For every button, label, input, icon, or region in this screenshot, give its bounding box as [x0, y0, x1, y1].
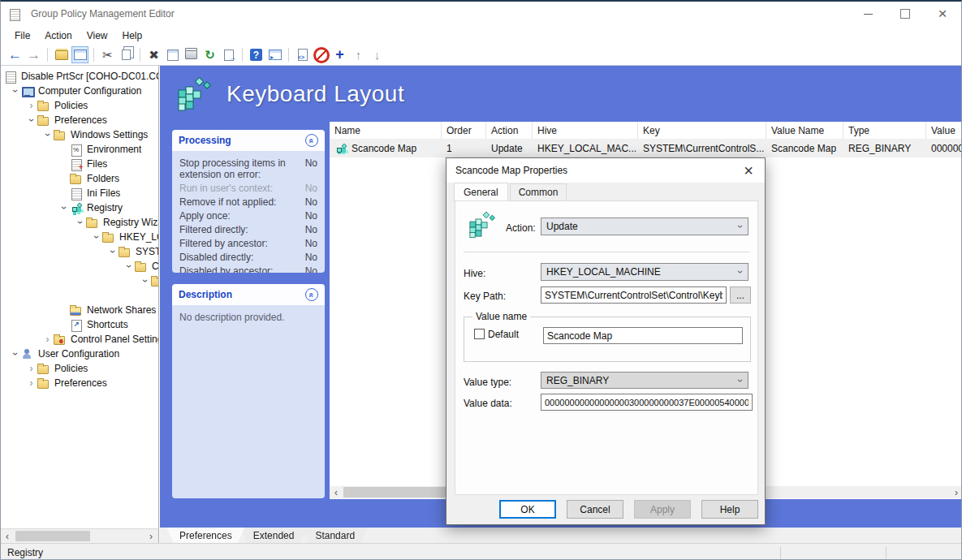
help-button[interactable]: Help: [701, 500, 758, 519]
tree-item[interactable]: ›Policies: [1, 98, 158, 113]
refresh-icon[interactable]: [201, 46, 218, 63]
back-icon[interactable]: [6, 46, 24, 63]
expander-icon[interactable]: ›: [140, 275, 151, 287]
column-header-hive[interactable]: Hive: [533, 122, 638, 139]
forward-icon[interactable]: [25, 46, 42, 63]
tree-item[interactable]: ›HKEY_LOC: [1, 230, 158, 244]
value-name-input[interactable]: [543, 327, 743, 344]
code-file-icon[interactable]: [294, 46, 311, 63]
tree-item[interactable]: ›Policies: [1, 361, 158, 376]
help-icon[interactable]: [248, 46, 265, 63]
column-header-type[interactable]: Type: [843, 122, 926, 139]
block-icon[interactable]: [313, 46, 330, 63]
menu-action[interactable]: Action: [37, 28, 79, 44]
column-header-action[interactable]: Action: [486, 122, 533, 139]
move-down-icon[interactable]: [369, 46, 386, 63]
expander-icon[interactable]: ›: [107, 246, 119, 258]
tree-item[interactable]: ›Preferences: [1, 376, 158, 390]
scroll-left-icon[interactable]: ‹: [330, 486, 343, 499]
column-header-order[interactable]: Order: [442, 122, 486, 139]
tree-item[interactable]: ›: [1, 274, 158, 288]
add-icon[interactable]: [331, 46, 348, 63]
expander-icon[interactable]: ›: [91, 231, 102, 243]
expander-icon[interactable]: ›: [123, 261, 135, 273]
tree-item[interactable]: ›User Configuration: [1, 347, 158, 361]
tree-item[interactable]: ›Control Panel Setting: [1, 332, 158, 347]
tree-item[interactable]: ›Windows Settings: [1, 127, 158, 142]
dialog-close-icon[interactable]: [732, 158, 765, 183]
tree-item[interactable]: Folders: [1, 171, 158, 186]
move-up-icon[interactable]: [350, 46, 367, 63]
delete-icon[interactable]: [145, 46, 162, 63]
ok-button[interactable]: OK: [499, 500, 556, 519]
tree-item[interactable]: Ini Files: [1, 186, 158, 200]
processing-panel-header[interactable]: Processing «: [172, 130, 325, 151]
copy-icon[interactable]: [118, 46, 135, 63]
console-window-icon[interactable]: [71, 46, 88, 63]
close-button[interactable]: [924, 2, 961, 26]
column-header-value[interactable]: Value: [926, 122, 962, 139]
value-type-dropdown[interactable]: REG_BINARY ›: [541, 372, 748, 389]
maximize-button[interactable]: [887, 2, 924, 26]
scroll-left-icon[interactable]: ‹: [1, 530, 14, 543]
column-header-value-name[interactable]: Value Name: [766, 122, 843, 139]
expander-icon[interactable]: ›: [25, 363, 37, 374]
tree-item[interactable]: ›Registry: [1, 200, 158, 215]
expander-icon[interactable]: ›: [41, 334, 54, 345]
column-header-key[interactable]: Key: [638, 122, 766, 139]
cut-icon[interactable]: [99, 46, 116, 63]
default-checkbox[interactable]: [474, 329, 485, 339]
key-path-input[interactable]: [541, 286, 727, 304]
tree-item[interactable]: ›Cu: [1, 259, 158, 274]
tree-item[interactable]: ›Registry Wiza: [1, 215, 158, 230]
print-icon[interactable]: [183, 46, 200, 63]
cancel-button[interactable]: Cancel: [567, 500, 623, 519]
browse-button[interactable]: ...: [730, 286, 751, 304]
tree-item[interactable]: ›Preferences: [1, 113, 158, 127]
expander-icon[interactable]: ›: [10, 85, 21, 97]
tree-item[interactable]: Files: [1, 157, 158, 171]
action-dropdown[interactable]: Update ›: [541, 218, 748, 235]
expander-icon[interactable]: ›: [25, 377, 37, 389]
tree-item[interactable]: Disable PrtScr [COHO-DC01.CO: [1, 69, 158, 84]
export-icon[interactable]: [220, 46, 237, 63]
registry-item-icon: [334, 144, 347, 154]
status-divider: [780, 546, 781, 559]
description-panel-header[interactable]: Description «: [172, 284, 325, 305]
expander-icon[interactable]: ›: [10, 348, 21, 360]
tree-horizontal-scrollbar[interactable]: ‹ ›: [1, 528, 159, 543]
value-data-input[interactable]: [541, 394, 753, 411]
menu-view[interactable]: View: [80, 28, 115, 44]
menu-file[interactable]: File: [7, 28, 37, 44]
dialog-tab-common[interactable]: Common: [510, 183, 567, 200]
tab-extended[interactable]: Extended: [240, 528, 308, 543]
collapse-chevron-icon[interactable]: «: [305, 134, 318, 147]
column-header-name[interactable]: Name: [330, 122, 442, 139]
tree-item[interactable]: Shortcuts: [1, 317, 158, 332]
dialog-tab-general[interactable]: General: [454, 183, 508, 201]
list-row-scancode-map[interactable]: Scancode Map1UpdateHKEY_LOCAL_MAC...SYST…: [330, 140, 962, 157]
properties-icon[interactable]: [164, 46, 181, 63]
tree-item[interactable]: Network Shares: [1, 303, 158, 317]
tree-item[interactable]: ›Computer Configuration: [1, 84, 158, 98]
expander-icon[interactable]: ›: [25, 100, 37, 111]
list-header: NameOrderActionHiveKeyValue NameTypeValu…: [330, 122, 962, 140]
tree-item[interactable]: ›SYSTE: [1, 244, 158, 259]
expander-icon[interactable]: ›: [26, 114, 37, 127]
collapse-chevron-icon[interactable]: «: [305, 288, 318, 301]
expander-icon[interactable]: ›: [42, 129, 54, 141]
tree-item-label: Windows Settings: [71, 129, 148, 140]
hive-dropdown[interactable]: HKEY_LOCAL_MACHINE ›: [541, 263, 748, 281]
scrollbar-thumb[interactable]: [15, 531, 90, 541]
scroll-right-icon[interactable]: ›: [145, 530, 157, 543]
up-folder-icon[interactable]: [53, 46, 70, 63]
scroll-right-icon[interactable]: ›: [950, 486, 962, 499]
tab-standard[interactable]: Standard: [302, 528, 368, 543]
tree-item[interactable]: Environment: [1, 142, 158, 157]
tab-preferences[interactable]: Preferences: [166, 528, 245, 543]
show-console-icon[interactable]: [266, 46, 283, 63]
expander-icon[interactable]: ›: [75, 217, 86, 229]
minimize-button[interactable]: [849, 2, 887, 26]
menu-help[interactable]: Help: [115, 28, 150, 44]
expander-icon[interactable]: ›: [58, 202, 70, 214]
